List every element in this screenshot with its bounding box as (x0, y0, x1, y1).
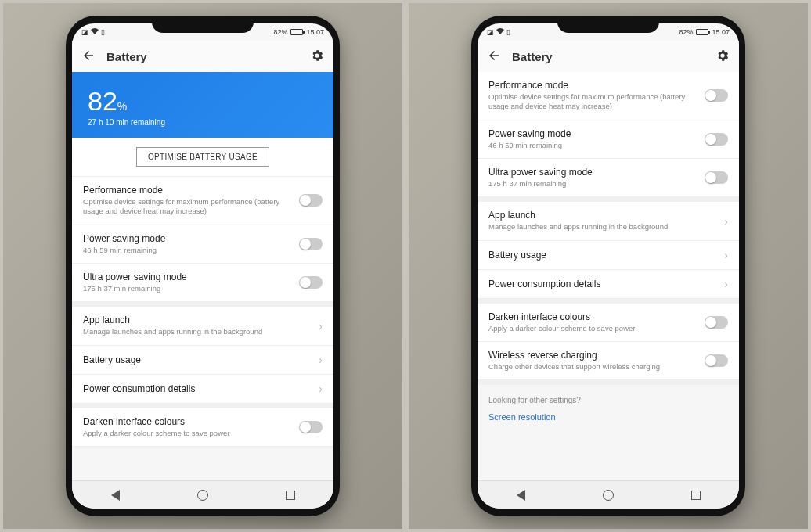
toggle-ultra[interactable] (299, 276, 323, 289)
photo-right: ◪ ▯ 82% 15:07 Battery (409, 3, 808, 529)
row-sub: Optimise device settings for maximum per… (488, 92, 697, 112)
row-ultra-power-saving[interactable]: Ultra power saving mode 175 h 37 min rem… (478, 159, 739, 197)
row-label: Ultra power saving mode (488, 167, 697, 178)
row-power-saving[interactable]: Power saving mode 46 h 59 min remaining (478, 120, 739, 159)
row-label: Power consumption details (488, 279, 716, 289)
content-scroll-right[interactable]: Performance mode Optimise device setting… (478, 72, 739, 480)
row-sub: 175 h 37 min remaining (488, 179, 697, 189)
sim-icon: ▯ (506, 28, 510, 36)
row-darken-colours[interactable]: Darken interface colours Apply a darker … (478, 304, 739, 342)
nav-back-icon[interactable] (517, 490, 525, 501)
toggle-wireless[interactable] (705, 354, 728, 367)
row-sub: 46 h 59 min remaining (83, 246, 291, 255)
row-sub: Apply a darker colour scheme to save pow… (488, 324, 697, 333)
toggle-performance[interactable] (299, 194, 323, 207)
row-label: Darken interface colours (488, 311, 697, 322)
chevron-right-icon: › (319, 383, 323, 395)
battery-banner: 82% 27 h 10 min remaining (72, 72, 333, 138)
gear-icon[interactable] (715, 49, 730, 64)
row-wireless-reverse-charging[interactable]: Wireless reverse charging Charge other d… (478, 342, 739, 380)
row-battery-usage[interactable]: Battery usage › (72, 346, 333, 375)
screen-left: ◪ ▯ 82% 15:07 Battery (72, 23, 333, 509)
toggle-power-saving[interactable] (705, 133, 728, 146)
row-sub: Manage launches and apps running in the … (83, 327, 311, 336)
wifi-icon (91, 28, 99, 36)
nfc-icon: ◪ (487, 28, 494, 36)
battery-icon (290, 29, 303, 35)
toggle-darken[interactable] (299, 421, 323, 433)
row-sub: 175 h 37 min remaining (83, 284, 291, 293)
nav-bar (72, 480, 333, 509)
content-scroll-left[interactable]: 82% 27 h 10 min remaining OPTIMISE BATTE… (72, 72, 333, 480)
battery-level-number: 82 (88, 86, 117, 116)
row-app-launch[interactable]: App launch Manage launches and apps runn… (72, 307, 333, 345)
row-power-consumption-details[interactable]: Power consumption details › (478, 270, 739, 299)
nav-home-icon[interactable] (603, 490, 614, 501)
toggle-darken[interactable] (705, 316, 728, 329)
screen-resolution-link[interactable]: Screen resolution (478, 409, 739, 433)
page-title: Battery (106, 50, 299, 63)
row-sub: Optimise device settings for maximum per… (83, 197, 291, 217)
gear-icon[interactable] (310, 49, 324, 64)
nav-home-icon[interactable] (197, 490, 208, 501)
row-label: Darken interface colours (83, 416, 291, 427)
row-label: Ultra power saving mode (83, 271, 291, 282)
row-battery-usage[interactable]: Battery usage › (478, 241, 739, 270)
row-label: Power saving mode (83, 233, 291, 244)
screen-right: ◪ ▯ 82% 15:07 Battery (478, 23, 739, 509)
battery-percent: 82% (679, 28, 693, 36)
page-title: Battery (512, 50, 705, 63)
time-remaining: 27 h 10 min remaining (88, 118, 318, 127)
row-app-launch[interactable]: App launch Manage launches and apps runn… (478, 202, 739, 240)
sim-icon: ▯ (101, 28, 105, 36)
clock: 15:07 (712, 28, 730, 36)
row-label: Wireless reverse charging (488, 350, 697, 361)
toggle-power-saving[interactable] (299, 238, 323, 250)
row-sub: Charge other devices that support wirele… (488, 362, 697, 372)
wifi-icon (496, 28, 504, 36)
phone-frame-right: ◪ ▯ 82% 15:07 Battery (471, 16, 745, 516)
chevron-right-icon: › (319, 354, 323, 366)
row-label: Performance mode (83, 185, 291, 196)
row-performance-mode[interactable]: Performance mode Optimise device setting… (72, 177, 333, 225)
row-ultra-power-saving[interactable]: Ultra power saving mode 175 h 37 min rem… (72, 264, 333, 302)
nav-recent-icon[interactable] (691, 491, 701, 500)
back-icon[interactable] (487, 49, 501, 64)
row-sub: Manage launches and apps running in the … (488, 222, 716, 232)
chevron-right-icon: › (319, 320, 323, 332)
app-bar: Battery (478, 41, 739, 72)
app-bar: Battery (72, 41, 333, 72)
nav-recent-icon[interactable] (286, 491, 295, 500)
phone-frame-left: ◪ ▯ 82% 15:07 Battery (66, 16, 340, 516)
row-performance-mode[interactable]: Performance mode Optimise device setting… (478, 72, 739, 120)
row-label: App launch (83, 315, 311, 325)
chevron-right-icon: › (724, 249, 728, 261)
optimise-wrap: OPTIMISE BATTERY USAGE (72, 138, 333, 177)
row-sub: Apply a darker colour scheme to save pow… (83, 429, 291, 438)
toggle-ultra[interactable] (705, 171, 728, 184)
row-label: Battery usage (83, 354, 311, 365)
toggle-performance[interactable] (705, 89, 728, 102)
notch (557, 16, 659, 33)
nfc-icon: ◪ (81, 28, 88, 36)
row-label: Power consumption details (83, 383, 311, 394)
clock: 15:07 (306, 28, 324, 36)
row-power-saving[interactable]: Power saving mode 46 h 59 min remaining (72, 225, 333, 264)
back-icon[interactable] (81, 49, 96, 64)
row-label: Performance mode (488, 80, 697, 91)
percent-unit: % (117, 100, 127, 113)
row-sub: 46 h 59 min remaining (488, 141, 697, 150)
battery-percent: 82% (273, 28, 287, 36)
row-label: Power saving mode (488, 128, 697, 139)
nav-bar (478, 480, 739, 509)
row-power-consumption-details[interactable]: Power consumption details › (72, 375, 333, 404)
battery-icon (696, 29, 708, 35)
nav-back-icon[interactable] (111, 490, 120, 501)
notch (152, 16, 254, 33)
row-label: App launch (488, 210, 716, 221)
row-label: Battery usage (488, 250, 716, 261)
chevron-right-icon: › (724, 215, 728, 228)
optimise-button[interactable]: OPTIMISE BATTERY USAGE (136, 147, 269, 167)
photo-left: ◪ ▯ 82% 15:07 Battery (3, 3, 402, 529)
row-darken-colours[interactable]: Darken interface colours Apply a darker … (72, 408, 333, 447)
